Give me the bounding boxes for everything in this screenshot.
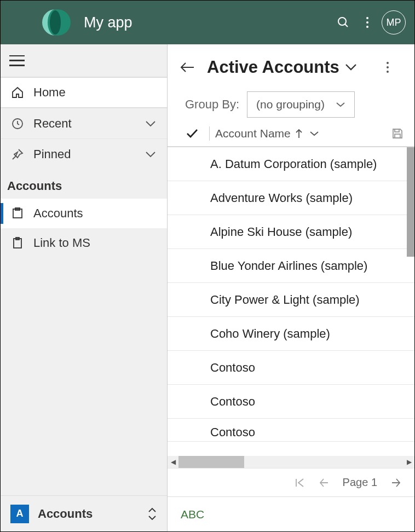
sidebar-item-link[interactable]: Link to MS bbox=[1, 228, 167, 258]
pager-prev-button[interactable] bbox=[319, 478, 330, 488]
horizontal-scrollbar[interactable]: ◀ ▶ bbox=[168, 456, 414, 468]
sidebar-item-link-label: Link to MS bbox=[33, 236, 90, 250]
svg-point-13 bbox=[387, 66, 389, 68]
hamburger-button[interactable] bbox=[9, 55, 25, 66]
account-list: A. Datum Corporation (sample)Adventure W… bbox=[168, 147, 414, 456]
nav-recent[interactable]: Recent bbox=[1, 108, 167, 138]
svg-line-3 bbox=[345, 24, 348, 27]
sidebar-item-accounts[interactable]: Accounts bbox=[1, 199, 167, 228]
horizontal-scrollbar-thumb[interactable] bbox=[178, 456, 244, 468]
nav-recent-label: Recent bbox=[33, 117, 72, 131]
app-logo bbox=[40, 7, 71, 38]
header-more-button[interactable] bbox=[355, 10, 379, 34]
view-selector-chevron[interactable] bbox=[345, 63, 357, 71]
account-row[interactable]: Contoso bbox=[168, 419, 414, 442]
updown-icon bbox=[147, 507, 157, 521]
account-row[interactable]: Adventure Works (sample) bbox=[168, 181, 414, 215]
nav-pinned-label: Pinned bbox=[33, 147, 71, 161]
nav-pinned[interactable]: Pinned bbox=[1, 138, 167, 169]
save-icon[interactable] bbox=[391, 128, 404, 140]
scroll-left-icon[interactable]: ◀ bbox=[168, 458, 178, 466]
sidebar: Home Recent Pinned Accou bbox=[1, 44, 168, 531]
svg-point-2 bbox=[338, 18, 346, 25]
groupby-label: Group By: bbox=[185, 97, 239, 112]
account-row[interactable]: City Power & Light (sample) bbox=[168, 283, 414, 317]
column-account-name[interactable]: Account Name bbox=[215, 127, 291, 140]
account-row[interactable]: Alpine Ski House (sample) bbox=[168, 215, 414, 249]
vertical-scrollbar-thumb[interactable] bbox=[407, 147, 414, 257]
svg-point-12 bbox=[387, 62, 389, 64]
svg-point-1 bbox=[50, 10, 61, 34]
svg-point-6 bbox=[366, 26, 368, 28]
app-title: My app bbox=[84, 14, 132, 31]
footer-text: ABC bbox=[168, 496, 414, 531]
sort-asc-icon bbox=[295, 129, 303, 138]
sidebar-item-accounts-label: Accounts bbox=[33, 206, 83, 221]
column-header-row: Account Name bbox=[168, 125, 414, 147]
svg-point-4 bbox=[366, 17, 368, 19]
svg-point-5 bbox=[366, 21, 368, 24]
account-row[interactable]: Contoso bbox=[168, 351, 414, 385]
app-header: My app MP bbox=[1, 1, 414, 44]
pager-next-button[interactable] bbox=[390, 478, 401, 488]
home-icon bbox=[10, 85, 25, 100]
svg-point-14 bbox=[387, 71, 389, 73]
view-title: Active Accounts bbox=[207, 57, 339, 77]
account-row[interactable]: A. Datum Corporation (sample) bbox=[168, 147, 414, 181]
scroll-right-icon[interactable]: ▶ bbox=[404, 458, 414, 466]
sidebar-section-header: Accounts bbox=[1, 169, 167, 199]
clipboard-icon bbox=[10, 236, 25, 250]
select-all-check[interactable] bbox=[186, 129, 198, 138]
svg-rect-15 bbox=[395, 129, 399, 132]
nav-home-label: Home bbox=[33, 85, 66, 100]
groupby-value: (no grouping) bbox=[256, 98, 325, 111]
account-row[interactable]: Coho Winery (sample) bbox=[168, 317, 414, 351]
pager-first-button[interactable] bbox=[295, 478, 306, 488]
groupby-select[interactable]: (no grouping) bbox=[247, 91, 355, 118]
svg-rect-16 bbox=[395, 134, 400, 138]
avatar[interactable]: MP bbox=[382, 10, 406, 34]
account-row[interactable]: Contoso bbox=[168, 385, 414, 419]
accounts-icon bbox=[10, 206, 25, 221]
pin-icon bbox=[10, 147, 25, 161]
pager-label: Page 1 bbox=[343, 476, 377, 489]
pager: Page 1 bbox=[168, 468, 414, 496]
app-badge: A bbox=[10, 505, 29, 523]
back-button[interactable] bbox=[180, 60, 195, 75]
app-switcher-label: Accounts bbox=[38, 507, 93, 521]
nav-home[interactable]: Home bbox=[1, 77, 167, 108]
sidebar-app-switcher[interactable]: A Accounts bbox=[1, 495, 167, 531]
chevron-down-icon bbox=[145, 120, 157, 127]
chevron-down-icon bbox=[145, 151, 157, 158]
chevron-down-icon bbox=[336, 102, 345, 107]
column-menu-chevron[interactable] bbox=[309, 131, 319, 136]
clock-icon bbox=[10, 117, 25, 131]
account-row[interactable]: Blue Yonder Airlines (sample) bbox=[168, 249, 414, 283]
main-content: Active Accounts Group By: (no grouping) … bbox=[168, 44, 414, 531]
search-button[interactable] bbox=[331, 10, 355, 34]
view-more-button[interactable] bbox=[386, 61, 402, 73]
